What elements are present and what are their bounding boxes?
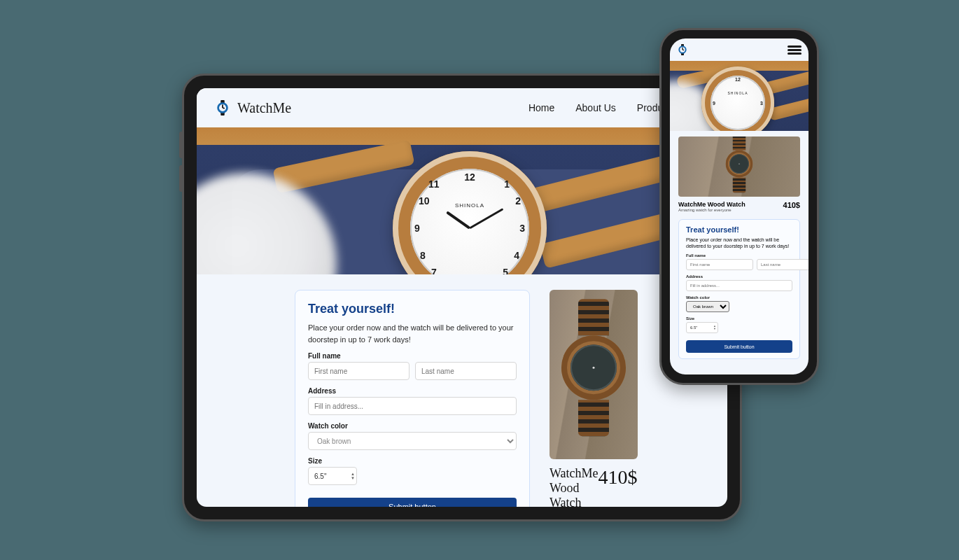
product-name: WatchMe Wood Watch [550,466,598,507]
lastname-input[interactable] [415,362,517,380]
tablet-device-frame: WatchMe Home About Us Products Co 12 1 2… [182,74,742,522]
nav-home[interactable]: Home [528,102,554,113]
phone-screen: 12 3 9 WatchMe Wood Watch Amazing watch … [670,38,808,374]
site-header: WatchMe Home About Us Products Co [197,88,727,127]
phone-device-frame: 12 3 9 WatchMe Wood Watch Amazing watch … [659,28,819,385]
mobile-product-price: 410$ [783,201,800,209]
mobile-form-lead: Place your order now and the watch will … [686,237,792,249]
tablet-side-buttons [179,132,183,199]
mobile-product-panel: WatchMe Wood Watch Amazing watch for eve… [678,136,800,219]
address-label: Address [308,387,517,395]
mobile-address-input[interactable] [686,280,792,291]
firstname-input[interactable] [308,362,410,380]
nav-about[interactable]: About Us [575,102,616,113]
mobile-submit-button[interactable]: Submit button [686,340,792,353]
watch-logo-icon [215,100,230,115]
mobile-order-form-card: Treat yourself! Place your order now and… [678,219,800,359]
stepper-arrows-icon[interactable]: ▲▼ [351,472,355,480]
color-label: Watch color [308,422,517,430]
main-content: Treat yourself! Place your order now and… [197,274,727,507]
color-select[interactable]: Oak brown [308,432,517,450]
mobile-form-title: Treat yourself! [686,225,792,234]
form-lead: Place your order now and the watch will … [308,322,517,345]
mobile-product-image [678,136,800,197]
hero-image: 12 1 2 3 4 5 7 8 9 10 11 [197,127,727,274]
svg-line-4 [223,108,225,108]
form-title: Treat yourself! [308,302,517,316]
product-panel: WatchMe Wood Watch Amazing watch for eve… [550,290,638,507]
hamburger-menu-icon[interactable] [788,44,802,56]
mobile-color-select[interactable]: Oak brown [686,301,729,312]
submit-button[interactable]: Submit button [308,498,517,507]
brand-name[interactable]: WatchMe [237,100,291,116]
address-input[interactable] [308,397,517,415]
size-label: Size [308,457,517,465]
mobile-header [670,38,808,61]
mobile-size-stepper[interactable]: 6.5"▲▼ [686,322,718,333]
mobile-color-label: Watch color [686,295,792,300]
product-image [550,290,638,459]
mobile-product-name: WatchMe Wood Watch [678,201,746,208]
mobile-fullname-label: Full name [686,253,792,258]
mobile-size-label: Size [686,316,792,321]
product-price: 410$ [598,466,638,489]
mobile-hero-image: 12 3 9 [670,61,808,131]
stepper-arrows-icon[interactable]: ▲▼ [713,325,716,330]
svg-line-9 [682,50,684,50]
tablet-screen: WatchMe Home About Us Products Co 12 1 2… [197,88,727,507]
size-stepper[interactable]: 6.5"▲▼ [308,467,357,485]
mobile-firstname-input[interactable] [686,259,753,270]
mobile-lastname-input[interactable] [757,259,808,270]
mobile-product-sub: Amazing watch for everyone [678,208,746,212]
fullname-label: Full name [308,352,517,360]
mobile-address-label: Address [686,274,792,279]
watch-logo-icon[interactable] [677,44,688,55]
order-form-card: Treat yourself! Place your order now and… [295,290,530,507]
